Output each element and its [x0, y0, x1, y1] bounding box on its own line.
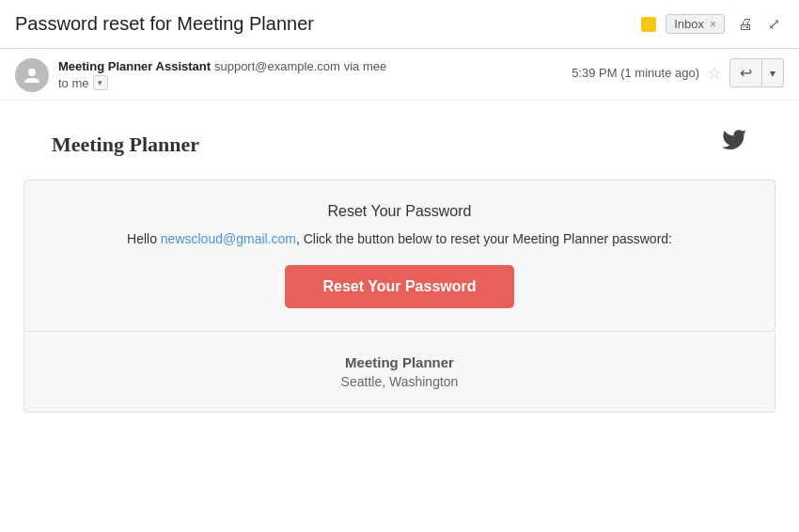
greeting-suffix: , Click the button below to reset your M… — [296, 231, 672, 246]
to-me-label: to me — [58, 76, 89, 90]
inbox-close-button[interactable]: × — [710, 18, 716, 31]
sender-email: support@example.com — [214, 59, 340, 73]
email-subject: Password reset for Meeting Planner — [15, 13, 632, 35]
footer-card: Meeting Planner Seattle, Washington — [24, 332, 776, 413]
sender-info: Meeting Planner Assistant support@exampl… — [58, 58, 562, 90]
reply-button[interactable]: ↩ — [729, 58, 762, 87]
avatar — [15, 58, 49, 92]
inbox-label: Inbox — [674, 17, 704, 31]
content-area: Meeting Planner Reset Your Password Hell… — [24, 119, 776, 413]
sender-name: Meeting Planner Assistant — [58, 59, 211, 73]
email-body: Meeting Planner Reset Your Password Hell… — [0, 101, 799, 431]
reset-password-button[interactable]: Reset Your Password — [285, 265, 513, 308]
sender-row: Meeting Planner Assistant support@exampl… — [0, 49, 799, 101]
star-icon[interactable]: ☆ — [707, 63, 722, 84]
recipient-email-link[interactable]: newscloud@gmail.com — [161, 231, 296, 246]
email-header: Password reset for Meeting Planner Inbox… — [0, 0, 799, 49]
sender-actions: 5:39 PM (1 minute ago) ☆ ↩ ▾ — [572, 58, 784, 87]
greeting-prefix: Hello — [127, 231, 161, 246]
external-button[interactable]: ⤢ — [764, 11, 784, 37]
inbox-tag: Inbox × — [666, 14, 725, 34]
footer-location: Seattle, Washington — [62, 374, 737, 389]
sender-via: via mee — [344, 59, 387, 73]
brand-name: Meeting Planner — [52, 133, 199, 157]
label-badge — [641, 17, 656, 32]
sender-name-line: Meeting Planner Assistant support@exampl… — [58, 58, 562, 73]
to-me-row: to me ▾ — [58, 75, 562, 90]
more-actions-button[interactable]: ▾ — [762, 58, 784, 87]
reply-group: ↩ ▾ — [729, 58, 784, 87]
header-actions: 🖨 ⤢ — [734, 11, 784, 37]
to-me-dropdown[interactable]: ▾ — [93, 75, 108, 90]
reset-title: Reset Your Password — [62, 203, 737, 220]
branding-row: Meeting Planner — [24, 119, 776, 180]
footer-brand: Meeting Planner — [62, 354, 737, 370]
print-button[interactable]: 🖨 — [734, 11, 757, 37]
twitter-icon — [721, 129, 747, 161]
timestamp: 5:39 PM (1 minute ago) — [572, 66, 699, 80]
message-card: Reset Your Password Hello newscloud@gmai… — [24, 180, 776, 332]
greeting-text: Hello newscloud@gmail.com, Click the but… — [62, 231, 737, 246]
svg-point-0 — [28, 69, 36, 76]
